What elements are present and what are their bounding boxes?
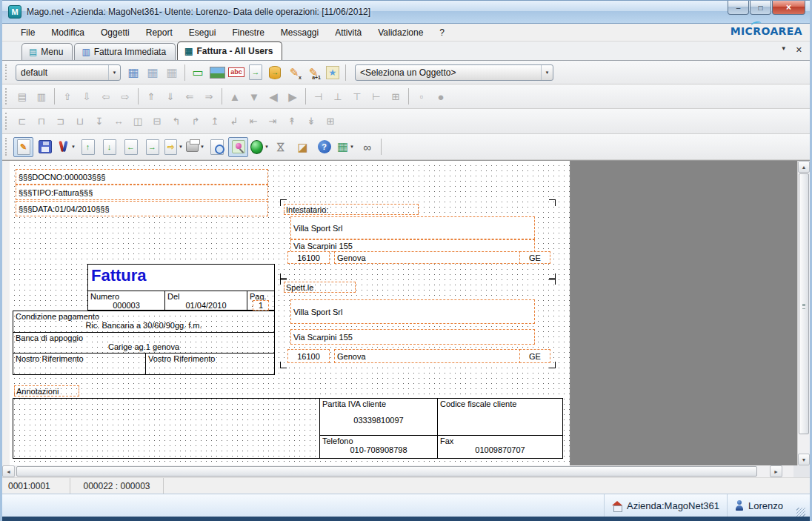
table-view-icon-caret[interactable]: ▼ (350, 145, 354, 149)
pag-value-field[interactable]: 1 (253, 300, 269, 311)
object-dropdown[interactable]: <Seleziona un Oggetto> ▼ (355, 64, 553, 81)
export-document-icon[interactable]: → (247, 64, 264, 82)
payment-box[interactable]: Condizione pagamento Ric. Bancaria a 30/… (13, 311, 275, 375)
rectangle-icon[interactable]: ▭ (189, 64, 207, 82)
toolbar-grip[interactable] (5, 64, 10, 80)
intestatario-label-box[interactable]: Intestatario: (284, 204, 419, 215)
spettle-label-box[interactable]: Spett.le (284, 282, 356, 293)
toolbar-grip[interactable] (5, 88, 10, 104)
run-report-icon-caret[interactable]: ▼ (179, 145, 183, 149)
company-status[interactable]: Azienda:MagoNet361 (604, 494, 727, 517)
tab-menu[interactable]: ▤Menu (21, 43, 73, 60)
print-preview-icon[interactable] (207, 137, 227, 157)
run-report-icon[interactable]: ⇨▼ (164, 137, 184, 157)
counter-icon[interactable]: ✎a+1 (304, 64, 322, 82)
menu-item-esegui[interactable]: Esegui (181, 24, 224, 41)
intestatario-city-field[interactable]: Genova (334, 251, 521, 264)
scroll-right-button[interactable]: ► (770, 465, 782, 477)
report-designer-canvas: §§§DOCNO:000003§§§ §§§TIPO:Fattura§§§ §§… (2, 160, 810, 465)
hourglass-icon[interactable]: ⋈ (271, 137, 291, 157)
maximize-button[interactable]: □ (750, 1, 771, 15)
previous-report-icon[interactable]: ← (121, 137, 141, 157)
stagger-ne-icon: ↱ (187, 113, 204, 130)
image-icon[interactable] (208, 64, 226, 82)
customize-tools-icon-caret[interactable]: ▼ (71, 145, 76, 149)
style-dropdown[interactable]: default ▼ (16, 64, 121, 81)
help-icon[interactable]: ? (314, 137, 334, 157)
scroll-up-button[interactable]: ▲ (798, 161, 810, 173)
scrollbar-corner (793, 465, 810, 477)
note-icon[interactable]: ★ (324, 64, 342, 82)
edit-report-button[interactable]: ✎ (13, 137, 33, 157)
status-orb-icon-caret[interactable]: ▼ (264, 145, 269, 149)
annotazioni-label-box[interactable]: Annotazioni (14, 385, 79, 396)
scroll-down-button[interactable]: ▼ (798, 454, 810, 465)
report-page[interactable]: §§§DOCNO:000003§§§ §§§TIPO:Fattura§§§ §§… (10, 161, 570, 465)
toolbar-grip[interactable] (5, 138, 10, 156)
center-horizontal-icon: ◫ (129, 113, 147, 130)
table-icon[interactable]: ▦ (124, 64, 142, 82)
find-icon[interactable]: ∞ (357, 137, 377, 157)
spettle-name-field[interactable]: Villa Sport Srl (290, 299, 535, 324)
intestatario-zip-field[interactable]: 16100 (287, 251, 330, 264)
intestatario-street-field[interactable]: Via Scarpini 155 (290, 239, 535, 252)
tab-fattura-immediata[interactable]: ▥Fattura Immediata (74, 43, 176, 60)
spettle-zip-field[interactable]: 16100 (287, 349, 330, 363)
align-grid-bottom-icon: ↡ (302, 113, 320, 130)
app-window: M Mago.net - Azienda: MagoNet361- Utente… (0, 0, 812, 521)
add-table-icon[interactable]: ▦ (144, 64, 162, 82)
spettle-city-field[interactable]: Genova (334, 349, 521, 363)
import-report-icon[interactable]: ↓ (99, 137, 119, 157)
delete-table-icon[interactable]: ▦ (163, 64, 181, 82)
object-dropdown-arrow-icon[interactable]: ▼ (541, 65, 553, 80)
resize-grip[interactable] (796, 508, 805, 517)
print-icon[interactable]: ▼ (185, 137, 205, 157)
user-status[interactable]: Lorenzo (727, 494, 791, 517)
next-report-icon[interactable]: → (142, 137, 162, 157)
database-field-icon[interactable]: → (266, 64, 284, 82)
toolbar-grip[interactable] (5, 113, 10, 130)
intestatario-prov-field[interactable]: GE (519, 251, 550, 264)
formula-icon[interactable]: ✎x (285, 64, 303, 82)
menu-item-file[interactable]: File (13, 24, 43, 41)
pin-window-button[interactable] (228, 137, 248, 157)
horizontal-scrollbar[interactable]: ◄ ► (2, 465, 810, 477)
menu-item-attivit[interactable]: Attività (327, 24, 370, 41)
menu-item-help[interactable]: ? (431, 24, 453, 41)
spettle-street-field[interactable]: Via Scarpini 155 (290, 329, 535, 345)
vertical-scroll-thumb[interactable] (799, 173, 809, 434)
field-docno[interactable]: §§§DOCNO:000003§§§ (16, 169, 268, 185)
field-tipo[interactable]: §§§TIPO:Fattura§§§ (16, 185, 268, 200)
load-report-icon[interactable]: ↑ (78, 137, 98, 157)
vertical-scrollbar[interactable]: ▲ ▼ (797, 161, 810, 465)
menu-item-report[interactable]: Report (138, 24, 181, 41)
invoice-title: Fattura (88, 265, 274, 291)
scroll-left-button[interactable]: ◄ (2, 465, 15, 477)
field-data[interactable]: §§§DATA:01/04/2010§§§ (16, 201, 268, 216)
invoice-header-box[interactable]: Fattura Numero 000003 Del 01/04/2010 Pag… (87, 264, 275, 311)
print-icon-caret[interactable]: ▼ (200, 145, 204, 149)
close-button[interactable]: × (772, 1, 805, 15)
minimize-button[interactable]: – (728, 1, 749, 15)
save-report-icon[interactable] (35, 137, 55, 157)
client-info-table[interactable]: Partita IVA cliente 03339810097 Codice f… (319, 398, 563, 459)
menu-item-oggetti[interactable]: Oggetti (93, 24, 138, 41)
menu-item-modifica[interactable]: Modifica (43, 24, 93, 41)
status-orb-icon[interactable]: ▼ (250, 137, 270, 157)
menu-item-validazione[interactable]: Validazione (370, 24, 431, 41)
toolbar-separator (184, 64, 185, 81)
spettle-prov-field[interactable]: GE (519, 349, 550, 363)
spettle-street: Via Scarpini 155 (293, 333, 353, 342)
intestatario-name-field[interactable]: Villa Sport Srl (290, 216, 535, 239)
style-dropdown-arrow-icon[interactable]: ▼ (108, 65, 120, 80)
table-view-icon[interactable]: ▦▼ (336, 137, 356, 157)
customize-tools-icon[interactable]: ▼ (56, 137, 76, 157)
horizontal-scroll-thumb[interactable] (16, 466, 757, 477)
menu-item-messaggi[interactable]: Messaggi (273, 24, 327, 41)
menu-item-finestre[interactable]: Finestre (224, 24, 272, 41)
text-icon[interactable]: abc (227, 64, 245, 82)
close-tab-icon[interactable]: ✕ (796, 45, 802, 55)
tab-fattura-all-users[interactable]: ▦Fattura - All Users (177, 42, 282, 60)
admin-door-icon[interactable]: ◪ (293, 137, 313, 157)
tab-list-dropdown-icon[interactable]: ▼ (781, 45, 787, 55)
